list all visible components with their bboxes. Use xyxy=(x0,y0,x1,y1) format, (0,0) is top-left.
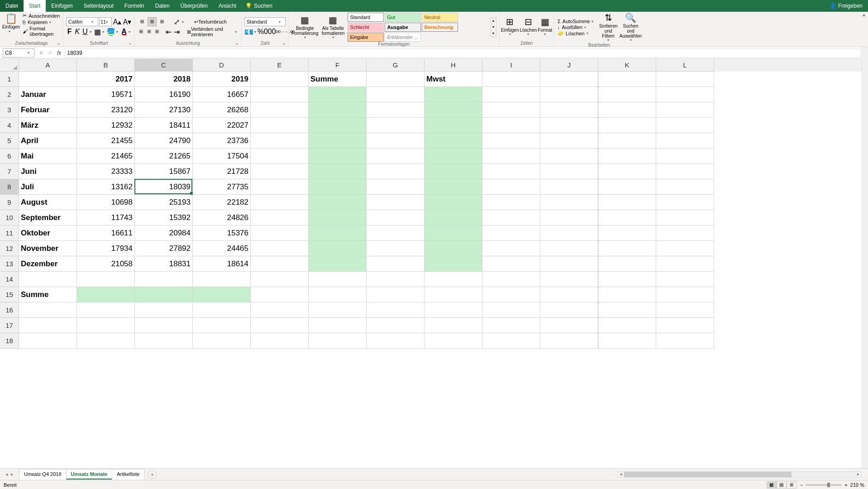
cell-K9[interactable] xyxy=(598,195,656,210)
cell-H3[interactable] xyxy=(424,102,482,118)
cell-F16[interactable] xyxy=(309,302,367,318)
cell-K6[interactable] xyxy=(598,149,656,164)
cell-E9[interactable] xyxy=(251,195,309,210)
cell-G3[interactable] xyxy=(367,102,424,118)
collapse-ribbon-button[interactable]: ˄ xyxy=(860,12,868,47)
cell-J11[interactable] xyxy=(540,225,598,241)
cell-K8[interactable] xyxy=(598,179,656,195)
cell-H2[interactable] xyxy=(424,87,482,102)
cell-G9[interactable] xyxy=(367,195,424,210)
cell-C2[interactable]: 16190 xyxy=(135,87,193,102)
align-top-button[interactable]: ≡ xyxy=(138,17,147,26)
style-gut[interactable]: Gut xyxy=(385,13,421,22)
number-format-combo[interactable]: Standard▾ xyxy=(244,17,286,26)
vertical-scrollbar[interactable] xyxy=(862,47,868,468)
cell-G16[interactable] xyxy=(367,302,424,318)
new-sheet-button[interactable]: + xyxy=(148,470,157,479)
cell-L13[interactable] xyxy=(656,256,714,272)
cell-K2[interactable] xyxy=(598,87,656,102)
cell-L14[interactable] xyxy=(656,272,714,287)
cell-B4[interactable]: 12932 xyxy=(77,118,135,133)
row-header-6[interactable]: 6 xyxy=(0,149,19,164)
cell-F17[interactable] xyxy=(309,318,367,333)
cell-I4[interactable] xyxy=(482,118,540,133)
cell-I10[interactable] xyxy=(482,210,540,225)
sheet-tab-1[interactable]: Umsatz Monate xyxy=(66,469,113,479)
cell-E4[interactable] xyxy=(251,118,309,133)
chevron-down-icon[interactable]: ▾ xyxy=(235,30,238,34)
align-bottom-button[interactable]: ≡ xyxy=(157,17,167,26)
cell-F1[interactable]: Summe xyxy=(309,72,367,87)
row-header-1[interactable]: 1 xyxy=(0,72,19,87)
cell-D6[interactable]: 17504 xyxy=(193,149,251,164)
cell-C4[interactable]: 18411 xyxy=(135,118,193,133)
format-as-table-button[interactable]: ▦Als Tabelle formatieren▾ xyxy=(320,15,346,40)
cell-F2[interactable] xyxy=(309,87,367,102)
cell-E3[interactable] xyxy=(251,102,309,118)
cell-A8[interactable]: Juli xyxy=(19,179,77,195)
cell-G2[interactable] xyxy=(367,87,424,102)
column-header-L[interactable]: L xyxy=(656,59,714,72)
cell-I18[interactable] xyxy=(482,333,540,349)
cell-A10[interactable]: September xyxy=(19,210,77,225)
format-painter-button[interactable]: 🖌Format übertragen xyxy=(22,26,61,37)
delete-cells-button[interactable]: ⊟Löschen▾ xyxy=(520,13,537,41)
cell-H8[interactable] xyxy=(424,179,482,195)
cell-G11[interactable] xyxy=(367,225,424,241)
cell-I16[interactable] xyxy=(482,302,540,318)
cell-F10[interactable] xyxy=(309,210,367,225)
tab-ueberpruefen[interactable]: Überprüfen xyxy=(175,0,213,12)
sheet-nav-first-button[interactable]: ◂ xyxy=(5,471,8,477)
cell-J4[interactable] xyxy=(540,118,598,133)
cell-B16[interactable] xyxy=(77,302,135,318)
cell-J16[interactable] xyxy=(540,302,598,318)
italic-button[interactable]: K xyxy=(74,27,81,36)
cell-E18[interactable] xyxy=(251,333,309,349)
cell-B10[interactable]: 11743 xyxy=(77,210,135,225)
clear-button[interactable]: 🧽Löschen▾ xyxy=(557,30,597,36)
name-box[interactable]: C8▾ xyxy=(3,48,34,58)
cell-F8[interactable] xyxy=(309,179,367,195)
row-header-16[interactable]: 16 xyxy=(0,302,19,318)
cell-K17[interactable] xyxy=(598,318,656,333)
cancel-formula-button[interactable]: ✕ xyxy=(37,49,45,57)
cell-L3[interactable] xyxy=(656,102,714,118)
align-center-button[interactable]: ≡ xyxy=(146,27,153,36)
select-all-button[interactable] xyxy=(0,59,19,72)
cell-J5[interactable] xyxy=(540,133,598,149)
decrease-indent-button[interactable]: ⇤ xyxy=(165,27,172,36)
cell-A2[interactable]: Januar xyxy=(19,87,77,102)
cell-C5[interactable]: 24790 xyxy=(135,133,193,149)
cell-C7[interactable]: 15867 xyxy=(135,164,193,179)
tell-me-search[interactable]: 💡 Suchen xyxy=(245,3,272,9)
cell-B13[interactable]: 21058 xyxy=(77,256,135,272)
cell-J7[interactable] xyxy=(540,164,598,179)
cell-G1[interactable] xyxy=(367,72,424,87)
cell-B2[interactable]: 19571 xyxy=(77,87,135,102)
cell-K18[interactable] xyxy=(598,333,656,349)
chevron-down-icon[interactable]: ▾ xyxy=(129,30,132,34)
tab-einfuegen[interactable]: Einfügen xyxy=(46,0,78,12)
cell-G7[interactable] xyxy=(367,164,424,179)
cell-A14[interactable] xyxy=(19,272,77,287)
cell-B1[interactable]: 2017 xyxy=(77,72,135,87)
cell-B17[interactable] xyxy=(77,318,135,333)
cell-H9[interactable] xyxy=(424,195,482,210)
cell-H15[interactable] xyxy=(424,287,482,302)
cell-I13[interactable] xyxy=(482,256,540,272)
cell-L2[interactable] xyxy=(656,87,714,102)
cell-G4[interactable] xyxy=(367,118,424,133)
cell-D2[interactable]: 16657 xyxy=(193,87,251,102)
tab-formeln[interactable]: Formeln xyxy=(119,0,150,12)
cell-L8[interactable] xyxy=(656,179,714,195)
zoom-level[interactable]: 210 % xyxy=(850,482,864,488)
align-left-button[interactable]: ≡ xyxy=(138,27,145,36)
dialog-launcher-icon[interactable]: ↘ xyxy=(235,41,238,46)
cell-D4[interactable]: 22027 xyxy=(193,118,251,133)
cell-K5[interactable] xyxy=(598,133,656,149)
cell-A7[interactable]: Juni xyxy=(19,164,77,179)
cell-I7[interactable] xyxy=(482,164,540,179)
cell-D1[interactable]: 2019 xyxy=(193,72,251,87)
cell-A6[interactable]: Mai xyxy=(19,149,77,164)
cell-B15[interactable] xyxy=(77,287,135,302)
